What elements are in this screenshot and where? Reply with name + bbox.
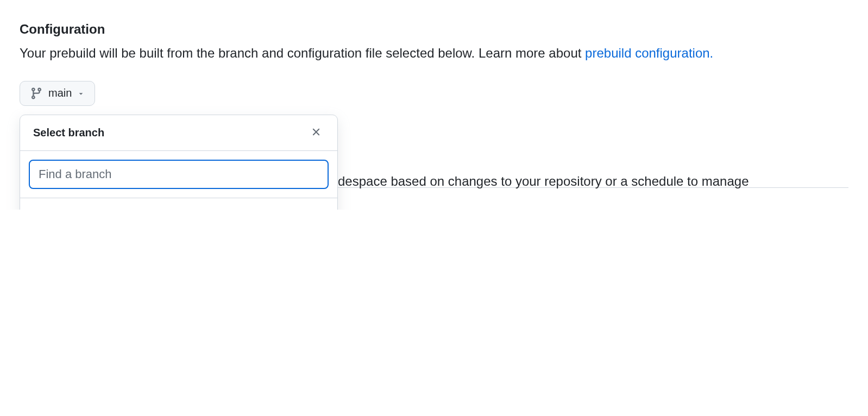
configuration-description: Your prebuild will be built from the bra…	[20, 42, 848, 65]
prebuild-config-link[interactable]: prebuild configuration.	[585, 46, 713, 60]
background-text: despace based on changes to your reposit…	[338, 171, 848, 192]
close-button[interactable]	[308, 124, 324, 142]
popup-title: Select branch	[33, 127, 104, 139]
branch-item-main[interactable]: main	[20, 198, 337, 210]
branch-label: main	[54, 208, 80, 210]
check-icon	[33, 209, 54, 210]
caret-down-icon	[77, 90, 85, 97]
branch-button-label: main	[48, 87, 72, 99]
description-text: Your prebuild will be built from the bra…	[20, 46, 585, 60]
branch-selector-button[interactable]: main	[20, 81, 95, 106]
configuration-title: Configuration	[20, 22, 848, 37]
branch-list: main feb-sprint2-featureC feb-sprint2-fe…	[20, 198, 337, 210]
git-branch-icon	[30, 87, 43, 100]
close-icon	[310, 126, 322, 140]
branch-search-input[interactable]	[29, 160, 329, 189]
branch-select-popup: Select branch main	[20, 115, 338, 210]
